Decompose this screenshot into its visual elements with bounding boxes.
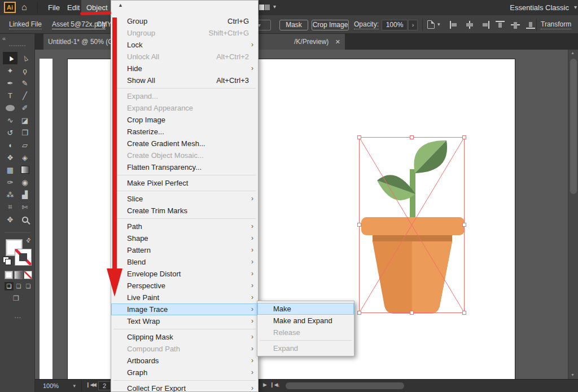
gradient-button[interactable] [14, 271, 23, 279]
shape-builder-tool[interactable]: ❖ [3, 151, 17, 164]
menu-item-collect-for-export[interactable]: Collect For Export› [111, 382, 258, 392]
eraser-tool[interactable]: ◪ [17, 114, 32, 126]
menu-item-path[interactable]: Path› [111, 221, 258, 232]
free-transform-tool[interactable]: ▱ [17, 139, 32, 151]
knife-tool[interactable]: ◖ [3, 139, 17, 151]
shaper-tool[interactable]: ∿ [3, 114, 17, 126]
arrange-documents-icon[interactable] [259, 5, 270, 10]
hand-tool[interactable]: ✥ [3, 213, 17, 226]
symbol-sprayer-tool[interactable]: ⁂ [3, 188, 17, 201]
menu-item-image-trace[interactable]: Image Trace› [111, 303, 258, 315]
transform-label[interactable]: Transform [541, 20, 571, 29]
menu-item-shape[interactable]: Shape› [111, 232, 258, 244]
menu-item-rasterize[interactable]: Rasterize... [111, 126, 258, 138]
tab-active-document[interactable]: /K/Preview) ✕ [249, 34, 345, 50]
menu-item-create-trim-marks[interactable]: Create Trim Marks [111, 205, 258, 217]
ellipse-tool[interactable] [3, 102, 17, 114]
document-setup-icon[interactable] [427, 20, 435, 29]
align-h-center-icon[interactable] [465, 21, 474, 29]
align-h-right-icon[interactable] [480, 21, 489, 29]
menu-item-graph[interactable]: Graph› [111, 367, 258, 378]
scroll-up-icon[interactable]: ▲ [571, 51, 575, 55]
align-h-left-icon[interactable] [450, 21, 459, 29]
draw-behind-mode-button[interactable]: ❏ [14, 282, 23, 290]
eyedropper-tool[interactable]: ✑ [3, 176, 17, 188]
swap-fill-stroke-icon[interactable]: ⇄ [24, 236, 32, 244]
magic-wand-tool[interactable]: ✦ [3, 64, 17, 77]
draw-normal-mode-button[interactable]: ❏ [5, 282, 14, 290]
menu-item-crop-image[interactable]: Crop Image [111, 114, 258, 126]
opacity-expand-icon[interactable]: › [408, 20, 418, 30]
menu-item-slice[interactable]: Slice› [111, 193, 258, 205]
menu-item-flatten-transparency[interactable]: Flatten Transparency... [111, 161, 258, 173]
change-screen-mode-icon[interactable]: ❐ [13, 294, 19, 302]
menu-item-group[interactable]: GroupCtrl+G [111, 15, 258, 27]
column-graph-tool[interactable]: ▟ [17, 188, 32, 201]
vertical-scrollbar[interactable]: ▲ ▼ [568, 50, 578, 379]
horizontal-scrollbar-thumb[interactable] [286, 382, 404, 389]
home-icon[interactable]: ⌂ [21, 1, 27, 14]
stroke-color-swatch[interactable] [15, 249, 32, 266]
scroll-left-icon[interactable]: ‹ [278, 382, 279, 389]
scale-tool[interactable]: ❐ [17, 126, 32, 139]
tab-close-icon[interactable]: ✕ [335, 34, 340, 50]
menu-scroll-up-icon[interactable]: ▲ [118, 2, 123, 8]
default-fill-stroke-icon[interactable] [3, 257, 9, 263]
workspace-switcher[interactable]: Essentials Classic [510, 0, 569, 15]
zoom-level-dropdown[interactable]: 100% ▾ [38, 381, 79, 391]
opacity-label[interactable]: Opacity: [354, 20, 379, 29]
mesh-tool[interactable]: ▦ [3, 164, 17, 176]
direct-selection-tool[interactable]: ▻ [17, 52, 32, 64]
menu-item-pattern[interactable]: Pattern› [111, 244, 258, 256]
none-button[interactable] [24, 271, 32, 279]
align-v-middle-icon[interactable] [511, 21, 520, 29]
menu-item-artboards[interactable]: Artboards› [111, 355, 258, 367]
slice-tool[interactable]: ✄ [17, 201, 32, 213]
selection-tool[interactable]: ► [3, 52, 17, 64]
mask-button[interactable]: Mask [279, 20, 308, 30]
menu-item-blend[interactable]: Blend› [111, 256, 258, 268]
chevron-down-icon[interactable]: ▾ [273, 3, 276, 10]
menu-item-create-gradient-mesh[interactable]: Create Gradient Mesh... [111, 138, 258, 149]
menu-item-envelope-distort[interactable]: Envelope Distort› [111, 268, 258, 280]
linked-file-label[interactable]: Linked File [9, 20, 42, 29]
pen-tool[interactable]: ✒ [3, 77, 17, 89]
menu-item-show-all[interactable]: Show AllAlt+Ctrl+3 [111, 74, 258, 86]
menu-item-make-pixel-perfect[interactable]: Make Pixel Perfect [111, 177, 258, 189]
menu-item-hide[interactable]: Hide› [111, 63, 258, 74]
next-artboard-button[interactable]: ▶ [263, 382, 267, 387]
zoom-tool[interactable] [17, 213, 32, 226]
artboard-tool[interactable]: ⌗ [3, 201, 17, 213]
previous-artboard-button[interactable]: ◀ [93, 382, 97, 387]
menu-item-lock[interactable]: Lock› [111, 39, 258, 51]
rotate-tool[interactable]: ↺ [3, 126, 17, 139]
chevron-down-icon[interactable]: ▾ [437, 21, 440, 27]
crop-image-button[interactable]: Crop Image [312, 20, 349, 30]
vertical-scrollbar-thumb[interactable] [570, 59, 577, 194]
scroll-down-icon[interactable]: ▼ [571, 373, 575, 377]
opacity-value-field[interactable]: 100% [382, 20, 408, 30]
collapse-panel-icon[interactable]: « [2, 35, 6, 42]
panel-grip[interactable]: •••••••• [0, 43, 35, 48]
lasso-tool[interactable]: ϙ [17, 64, 32, 77]
horizontal-scrollbar[interactable]: ‹ › [278, 381, 578, 391]
align-v-top-icon[interactable] [496, 21, 505, 29]
artboard-number-field[interactable]: 2 [98, 381, 111, 390]
menu-item-make-and-expand[interactable]: Make and Expand [257, 315, 354, 327]
line-segment-tool[interactable]: ╱ [17, 89, 32, 102]
menu-item-make[interactable]: Make [257, 303, 354, 315]
type-tool[interactable]: T [3, 89, 17, 102]
chevron-down-icon[interactable]: ▾ [574, 4, 577, 10]
draw-inside-mode-button[interactable]: ❏ [24, 282, 33, 290]
edit-toolbar-icon[interactable]: ⋯ [0, 314, 35, 321]
perspective-grid-tool[interactable]: ◈ [17, 151, 32, 164]
menu-item-text-wrap[interactable]: Text Wrap› [111, 315, 258, 327]
gradient-tool[interactable] [17, 164, 32, 176]
paintbrush-tool[interactable]: ✐ [17, 102, 32, 114]
menu-item-clipping-mask[interactable]: Clipping Mask› [111, 331, 258, 343]
align-v-bottom-icon[interactable] [526, 21, 535, 29]
menu-item-perspective[interactable]: Perspective› [111, 280, 258, 292]
last-artboard-button[interactable]: ❙◀ [270, 382, 278, 387]
menu-item-live-paint[interactable]: Live Paint› [111, 292, 258, 303]
color-button[interactable] [5, 271, 13, 279]
